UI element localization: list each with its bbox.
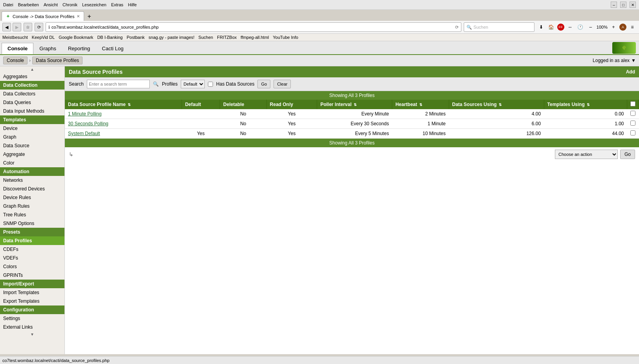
login-dropdown-icon[interactable]: ▼ — [631, 58, 636, 63]
clock-icon[interactable]: 🕐 — [576, 23, 585, 31]
row-name[interactable]: System Default — [65, 129, 182, 139]
bookmark-youtube[interactable]: YouTube Info — [273, 35, 298, 40]
action-go-button[interactable]: Go — [620, 150, 635, 159]
sidebar-scroll-up[interactable]: ▲ — [0, 66, 64, 72]
sync-icon[interactable]: ↔ — [566, 23, 575, 31]
download-icon[interactable]: ⬇ — [537, 23, 545, 31]
col-checkbox-header[interactable] — [627, 100, 639, 109]
menu-icon[interactable]: ≡ — [628, 23, 637, 31]
sidebar-item-gprintss[interactable]: GPRINTs — [0, 271, 64, 280]
bookmark-star[interactable]: ☆ — [24, 23, 32, 31]
sidebar-item-device-rules[interactable]: Device Rules — [0, 193, 64, 202]
row-checkbox-cell[interactable] — [627, 119, 639, 129]
col-data-sources[interactable]: Data Sources Using ⇅ — [449, 100, 544, 109]
reload-icon[interactable]: ⟳ — [455, 25, 459, 30]
row-checkbox[interactable] — [630, 130, 635, 135]
sidebar-item-graph[interactable]: Graph — [0, 133, 64, 141]
sidebar-item-networks[interactable]: Networks — [0, 176, 64, 185]
row-checkbox[interactable] — [630, 111, 635, 116]
bookmark-ffmpeg[interactable]: ffmpeg-all.html — [241, 35, 269, 40]
sidebar-item-graph-rules[interactable]: Graph Rules — [0, 202, 64, 210]
browser-tab-close[interactable]: ✕ — [77, 14, 80, 18]
menu-datei[interactable]: Datei — [3, 2, 13, 7]
sidebar-item-snmp-options[interactable]: SNMP Options — [0, 219, 64, 228]
breadcrumb-data-source-profiles[interactable]: Data Source Profiles — [32, 57, 83, 64]
search-input[interactable] — [87, 80, 150, 88]
sidebar-item-data-input-methods[interactable]: Data Input Methods — [0, 107, 64, 115]
home-icon[interactable]: 🏠 — [547, 23, 556, 31]
col-default[interactable]: Default — [182, 100, 220, 109]
sidebar-item-data-source[interactable]: Data Source — [0, 141, 64, 150]
menu-lesezeichen[interactable]: Lesezeichen — [82, 2, 106, 7]
go-button[interactable]: Go — [257, 80, 270, 88]
select-all-checkbox[interactable] — [630, 101, 635, 106]
profiles-select[interactable]: Default All — [181, 80, 205, 88]
sidebar-item-aggregates[interactable]: Aggregates — [0, 72, 64, 81]
bookmark-snaggy[interactable]: snag.gy - paste images! — [149, 35, 195, 40]
sidebar-item-external-links[interactable]: External Links — [0, 323, 64, 331]
menu-chronik[interactable]: Chronik — [62, 2, 77, 7]
tab-graphs[interactable]: Graphs — [33, 43, 62, 54]
menu-ansicht[interactable]: Ansicht — [44, 2, 58, 7]
sidebar-item-export-templates[interactable]: Export Templates — [0, 297, 64, 305]
sidebar-item-vdefs[interactable]: VDEFs — [0, 254, 64, 262]
sidebar-item-color[interactable]: Color — [0, 159, 64, 167]
row-name[interactable]: 30 Seconds Polling — [65, 119, 182, 129]
col-poller-interval[interactable]: Poller Interval ⇅ — [317, 100, 392, 109]
menu-bearbeiten[interactable]: Bearbeiten — [18, 2, 39, 7]
bookmark-suchen[interactable]: Suchen — [198, 35, 213, 40]
maximize-button[interactable]: □ — [620, 2, 626, 8]
sidebar-item-settings[interactable]: Settings — [0, 314, 64, 323]
sidebar-item-colors[interactable]: Colors — [0, 262, 64, 271]
window-controls[interactable]: – □ ✕ — [611, 2, 636, 8]
bookmark-db[interactable]: DB I-Banking — [97, 35, 123, 40]
bookmark-fritzbox[interactable]: FRITZBox — [217, 35, 237, 40]
zoom-plus[interactable]: + — [609, 23, 618, 31]
forward-button[interactable]: ▶ — [13, 23, 21, 31]
bookmark-meistbesucht[interactable]: Meistbesucht — [2, 35, 28, 40]
new-tab-button[interactable]: + — [85, 12, 93, 21]
col-deletable[interactable]: Deletable — [220, 100, 267, 109]
minimize-button[interactable]: – — [611, 2, 617, 8]
url-bar[interactable]: ℹ co7test.wombaz.localnet/cacti/data_sou… — [46, 22, 461, 32]
col-heartbeat[interactable]: Heartbeat ⇅ — [392, 100, 449, 109]
sidebar-item-discovered-devices[interactable]: Discovered Devices — [0, 185, 64, 193]
menu-hilfe[interactable]: Hilfe — [128, 2, 137, 7]
avatar-icon[interactable]: A — [619, 24, 626, 31]
sidebar-scroll-down[interactable]: ▼ — [0, 331, 64, 337]
breadcrumb-console[interactable]: Console — [3, 57, 28, 64]
ff-icon[interactable]: FF — [557, 24, 564, 31]
sidebar-item-data-queries[interactable]: Data Queries — [0, 98, 64, 107]
back-button[interactable]: ◀ — [2, 23, 11, 31]
row-checkbox[interactable] — [630, 121, 635, 126]
search-box[interactable]: 🔍 Suchen — [464, 22, 534, 32]
sidebar-item-import-templates[interactable]: Import Templates — [0, 288, 64, 297]
menu-extras[interactable]: Extras — [111, 2, 123, 7]
tab-reporting[interactable]: Reporting — [62, 43, 96, 54]
col-name[interactable]: Data Source Profile Name ⇅ — [65, 100, 182, 109]
tab-console[interactable]: Console — [2, 43, 33, 54]
action-select[interactable]: Choose an action — [555, 150, 618, 159]
browser-tab-active[interactable]: ✦ Console -> Data Source Profiles ✕ — [2, 11, 84, 21]
has-data-sources-checkbox[interactable] — [208, 82, 213, 87]
row-checkbox-cell[interactable] — [627, 129, 639, 139]
browser-menu[interactable]: Datei Bearbeiten Ansicht Chronik Lesezei… — [3, 2, 137, 7]
bookmark-keepvid[interactable]: KeepVid DL — [32, 35, 55, 40]
tab-cacti-log[interactable]: Cacti Log — [96, 43, 129, 54]
reload-button[interactable]: ⟳ — [35, 23, 43, 31]
sidebar-item-data-collectors[interactable]: Data Collectors — [0, 90, 64, 98]
zoom-minus[interactable]: – — [586, 23, 595, 31]
sidebar-item-tree-rules[interactable]: Tree Rules — [0, 210, 64, 219]
sidebar-item-data-profiles[interactable]: Data Profiles — [0, 236, 64, 245]
bookmark-postbank[interactable]: Postbank — [127, 35, 145, 40]
col-read-only[interactable]: Read Only — [266, 100, 317, 109]
sidebar-item-aggregate[interactable]: Aggregate — [0, 150, 64, 159]
row-checkbox-cell[interactable] — [627, 109, 639, 119]
close-button[interactable]: ✕ — [630, 2, 636, 8]
row-name[interactable]: 1 Minute Polling — [65, 109, 182, 119]
sidebar-item-device[interactable]: Device — [0, 124, 64, 133]
clear-button[interactable]: Clear — [274, 80, 291, 88]
nav-icons[interactable]: ◀ ▶ — [2, 23, 21, 31]
add-link[interactable]: Add — [626, 69, 635, 75]
bookmark-google[interactable]: Google Bookmark — [59, 35, 93, 40]
